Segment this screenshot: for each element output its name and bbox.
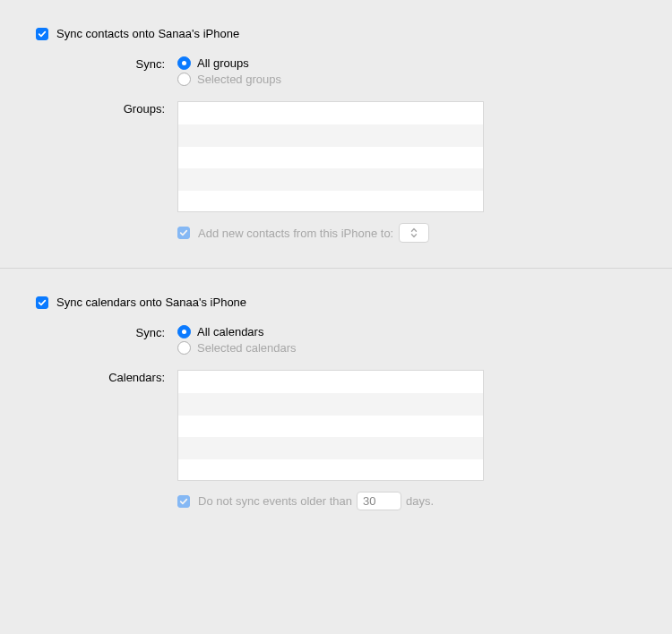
contacts-add-new-row: Add new contacts from this iPhone to: [177, 212, 636, 243]
checkmark-icon [38, 298, 47, 307]
contacts-radio-all-option[interactable]: All groups [177, 56, 636, 70]
list-item [178, 102, 483, 124]
contacts-groups-row: Groups: Add new contacts from this iPhon… [36, 101, 636, 243]
calendars-list-content: Do not sync events older than 30 days. [177, 370, 636, 510]
list-item [178, 416, 483, 438]
calendars-list-row: Calendars: Do not sync events older than… [36, 370, 636, 510]
list-item [178, 437, 483, 459]
contacts-radio-selected[interactable] [177, 73, 191, 86]
sync-contacts-label: Sync contacts onto Sanaa's iPhone [56, 27, 239, 40]
events-older-days-input[interactable]: 30 [357, 492, 401, 510]
checkmark-icon [179, 228, 188, 237]
list-item [178, 371, 483, 393]
calendars-radio-all-option[interactable]: All calendars [177, 325, 636, 338]
calendars-listbox[interactable] [177, 370, 484, 481]
checkmark-icon [38, 30, 47, 39]
calendars-list-label: Calendars: [36, 370, 177, 384]
calendars-radio-selected-label: Selected calendars [197, 341, 297, 355]
contacts-groups-label: Groups: [36, 101, 177, 116]
contacts-radio-selected-label: Selected groups [197, 73, 281, 86]
contacts-radio-selected-option[interactable]: Selected groups [177, 73, 636, 86]
list-item [178, 393, 483, 416]
contacts-sync-options: All groups Selected groups [177, 56, 636, 89]
contacts-groups-listbox[interactable] [177, 101, 484, 212]
events-older-prefix: Do not sync events older than [198, 494, 352, 508]
events-older-suffix: days. [406, 494, 434, 508]
checkmark-icon [179, 497, 188, 506]
contacts-sync-row: Sync: All groups Selected groups [36, 56, 636, 89]
contacts-radio-all-label: All groups [197, 56, 249, 70]
add-new-contacts-checkbox[interactable] [177, 227, 190, 239]
contacts-sync-row-label: Sync: [36, 56, 177, 71]
calendars-sync-row: Sync: All calendars Selected calendars [36, 325, 636, 357]
calendars-radio-all[interactable] [177, 325, 191, 338]
list-item [178, 168, 483, 191]
calendars-radio-selected[interactable] [177, 341, 191, 355]
contacts-groups-content: Add new contacts from this iPhone to: [177, 101, 636, 243]
contacts-header: Sync contacts onto Sanaa's iPhone [36, 27, 636, 40]
events-older-content: Do not sync events older than 30 days. [198, 492, 434, 510]
calendars-section: Sync calendars onto Sanaa's iPhone Sync:… [0, 268, 672, 535]
sync-calendars-label: Sync calendars onto Sanaa's iPhone [56, 296, 246, 309]
chevron-updown-icon [410, 227, 418, 238]
list-item [178, 459, 483, 481]
events-older-row: Do not sync events older than 30 days. [177, 481, 636, 510]
calendars-radio-all-label: All calendars [197, 325, 263, 338]
sync-calendars-checkbox[interactable] [36, 296, 48, 309]
add-new-contacts-label: Add new contacts from this iPhone to: [198, 227, 393, 240]
calendars-radio-selected-option[interactable]: Selected calendars [177, 341, 636, 355]
list-item [178, 147, 483, 169]
contacts-radio-all[interactable] [177, 56, 191, 70]
list-item [178, 191, 483, 212]
contacts-section: Sync contacts onto Sanaa's iPhone Sync: … [0, 0, 672, 268]
sync-contacts-checkbox[interactable] [36, 28, 48, 40]
calendars-header: Sync calendars onto Sanaa's iPhone [36, 296, 636, 309]
calendars-sync-options: All calendars Selected calendars [177, 325, 636, 357]
calendars-sync-row-label: Sync: [36, 325, 177, 339]
events-older-checkbox[interactable] [177, 495, 190, 508]
add-new-contacts-content: Add new contacts from this iPhone to: [198, 223, 429, 243]
list-item [178, 124, 483, 147]
add-new-contacts-popup[interactable] [399, 223, 429, 243]
